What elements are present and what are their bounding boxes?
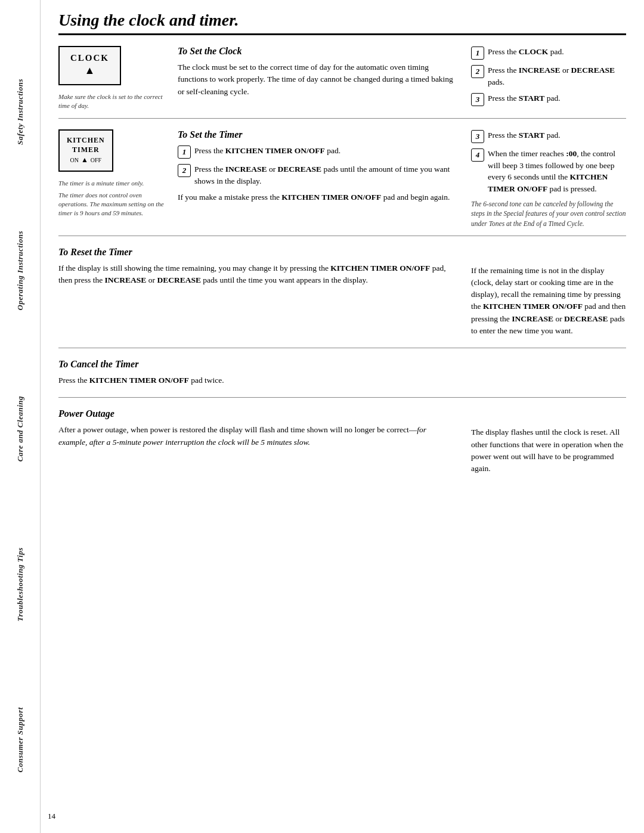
section-power-left: Power Outage After a power outage, when … <box>58 408 465 478</box>
timer-right-steps: 3 Press the START pad. 4 When the timer … <box>471 129 626 194</box>
section-cancel-content: To Cancel the Timer Press the KITCHEN TI… <box>58 359 465 390</box>
power-outage-heading: Power Outage <box>58 408 453 419</box>
timer-onoff: ON ▲ OFF <box>67 156 105 165</box>
timer-step-text-3: Press the START pad. <box>488 129 561 141</box>
power-outage-left-body: After a power outage, when power is rest… <box>58 424 453 448</box>
timer-caption-1: The timer is a minute timer only. <box>58 179 144 188</box>
timer-note: The 6-second tone can be canceled by fol… <box>471 199 626 228</box>
step-num-2: 2 <box>471 65 484 78</box>
timer-step-3: 3 Press the START pad. <box>471 129 626 143</box>
sidebar-label-operating: Operating Instructions <box>16 231 25 310</box>
cancel-timer-heading: To Cancel the Timer <box>58 359 453 370</box>
timer-step-text-1: Press the KITCHEN TIMER ON/OFF pad. <box>194 145 340 157</box>
step-text-3: Press the START pad. <box>488 92 561 104</box>
timer-step-text-2: Press the INCREASE or DECREASE pads unti… <box>194 163 453 187</box>
clock-steps: 1 Press the CLOCK pad. 2 Press the INCRE… <box>471 46 626 106</box>
clock-step-3: 3 Press the START pad. <box>471 92 626 106</box>
sidebar-label-troubleshooting: Troubleshooting Tips <box>16 547 25 621</box>
section-power-right: The display flashes until the clock is r… <box>465 408 626 478</box>
sidebar-label-consumer: Consumer Support <box>16 707 25 773</box>
timer-on-label: ON <box>70 157 78 163</box>
clock-arrow-icon: ▲ <box>70 64 109 77</box>
section-middle-timer: To Set the Timer 1 Press the KITCHEN TIM… <box>178 129 465 228</box>
timer-caption-2: The timer does not control oven operatio… <box>58 191 167 218</box>
timer-label-kitchen: KITCHEN <box>67 136 105 144</box>
section-left-timer: KITCHEN TIMER ON ▲ OFF The timer is a mi… <box>58 129 178 228</box>
clock-illustration: CLOCK ▲ <box>58 46 121 85</box>
clock-label: CLOCK <box>70 53 109 63</box>
timer-step-num-4: 4 <box>471 148 484 162</box>
section-cancel-timer: To Cancel the Timer Press the KITCHEN TI… <box>58 348 626 398</box>
timer-label-timer: TIMER <box>72 145 100 154</box>
page-number: 14 <box>48 812 55 821</box>
sidebar-label-safety: Safety Instructions <box>16 79 25 145</box>
timer-step-4: 4 When the timer reaches :00, the contro… <box>471 148 626 194</box>
timer-step-text-4: When the timer reaches :00, the control … <box>488 148 626 194</box>
main-content: Using the clock and timer. CLOCK ▲ Make … <box>41 0 644 503</box>
sidebar: Safety Instructions Operating Instructio… <box>0 0 41 833</box>
section-reset-timer: To Reset the Timer If the display is sti… <box>58 236 626 349</box>
timer-step-num-1: 1 <box>178 145 191 159</box>
section-set-timer: KITCHEN TIMER ON ▲ OFF The timer is a mi… <box>58 119 626 236</box>
step-text-1: Press the CLOCK pad. <box>488 46 564 58</box>
clock-step-2: 2 Press the INCREASE or DECREASE pads. <box>471 64 626 88</box>
section-set-clock: CLOCK ▲ Make sure the clock is set to th… <box>58 35 626 119</box>
section-cancel-right <box>465 359 626 390</box>
timer-step-1: 1 Press the KITCHEN TIMER ON/OFF pad. <box>178 145 453 159</box>
clock-caption: Make sure the clock is set to the correc… <box>58 92 167 111</box>
timer-arrow-icon: ▲ <box>81 156 88 165</box>
set-timer-heading: To Set the Timer <box>178 129 453 140</box>
section-middle-clock: To Set the Clock The clock must be set t… <box>178 46 465 111</box>
reset-timer-right-body: If the remaining time is not in the disp… <box>471 265 626 337</box>
set-clock-body: The clock must be set to the correct tim… <box>178 61 453 98</box>
clock-step-1: 1 Press the CLOCK pad. <box>471 46 626 60</box>
timer-off-label: OFF <box>91 157 101 163</box>
section-left-clock: CLOCK ▲ Make sure the clock is set to th… <box>58 46 178 111</box>
reset-timer-left-body: If the display is still showing the time… <box>58 262 453 287</box>
timer-step-2: 2 Press the INCREASE or DECREASE pads un… <box>178 163 453 187</box>
timer-mistake-text: If you make a mistake press the KITCHEN … <box>178 191 453 203</box>
section-right-timer: 3 Press the START pad. 4 When the timer … <box>465 129 626 228</box>
page-title: Using the clock and timer. <box>58 0 626 35</box>
section-power-outage: Power Outage After a power outage, when … <box>58 398 626 485</box>
step-num-3: 3 <box>471 93 484 106</box>
section-reset-left: To Reset the Timer If the display is sti… <box>58 247 465 341</box>
timer-step-num-3: 3 <box>471 130 484 143</box>
set-clock-heading: To Set the Clock <box>178 46 453 57</box>
reset-timer-heading: To Reset the Timer <box>58 247 453 258</box>
cancel-timer-body: Press the KITCHEN TIMER ON/OFF pad twice… <box>58 374 453 386</box>
timer-step-num-2: 2 <box>178 164 191 177</box>
timer-illustration: KITCHEN TIMER ON ▲ OFF <box>58 129 113 172</box>
section-right-clock: 1 Press the CLOCK pad. 2 Press the INCRE… <box>465 46 626 111</box>
section-reset-right: If the remaining time is not in the disp… <box>465 247 626 341</box>
step-text-2: Press the INCREASE or DECREASE pads. <box>488 64 626 88</box>
timer-left-steps: 1 Press the KITCHEN TIMER ON/OFF pad. 2 … <box>178 145 453 187</box>
sidebar-label-care: Care and Cleaning <box>16 396 25 462</box>
power-outage-right-body: The display flashes until the clock is r… <box>471 426 626 475</box>
step-num-1: 1 <box>471 47 484 60</box>
